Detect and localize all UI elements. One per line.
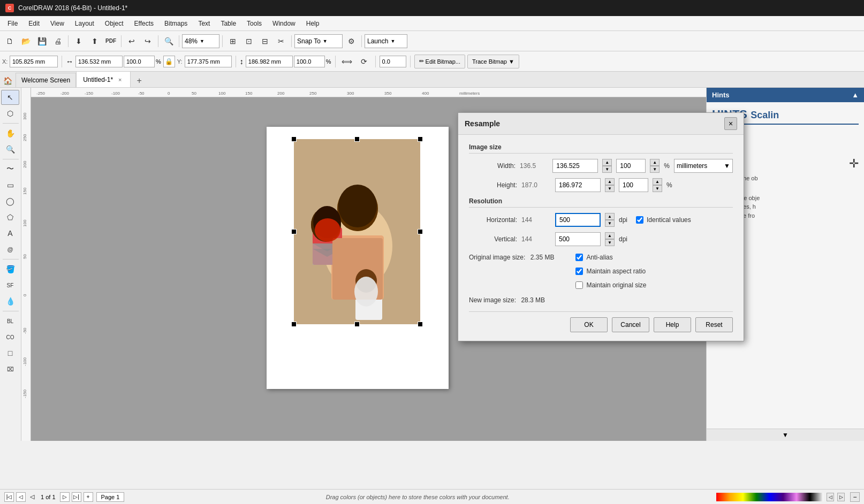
export-button[interactable]: ⬆ xyxy=(87,34,102,49)
cancel-button[interactable]: Cancel xyxy=(612,317,649,332)
trace-bitmap-button[interactable]: Trace Bitmap ▼ xyxy=(467,55,519,68)
width-spinner[interactable]: ▲ ▼ xyxy=(602,159,612,173)
redo-button[interactable]: ↪ xyxy=(140,34,155,49)
search-button[interactable]: 🔍 xyxy=(161,34,176,49)
settings-button[interactable]: ⚙ xyxy=(344,34,359,49)
select-tool[interactable]: ↖ xyxy=(1,90,19,105)
snap-to-dropdown[interactable]: Snap To ▼ xyxy=(294,34,343,48)
undo-button[interactable]: ↩ xyxy=(124,34,139,49)
pan-tool[interactable]: ✋ xyxy=(1,126,19,141)
menu-object[interactable]: Object xyxy=(100,18,129,29)
color-palette-strip[interactable] xyxy=(716,493,823,501)
identical-values-checkbox[interactable] xyxy=(636,216,643,224)
width-input[interactable] xyxy=(552,159,598,173)
handle-bottom-center[interactable] xyxy=(354,322,360,327)
width-spin-down[interactable]: ▼ xyxy=(602,166,612,173)
zoom-out-status[interactable]: − xyxy=(850,492,860,502)
handle-middle-left[interactable] xyxy=(291,229,297,234)
tab-welcome[interactable]: Welcome Screen xyxy=(16,73,76,87)
menu-effects[interactable]: Effects xyxy=(129,18,159,29)
h-res-spin-up[interactable]: ▲ xyxy=(605,213,615,220)
eyedropper-tool[interactable]: 💧 xyxy=(1,294,19,309)
menu-layout[interactable]: Layout xyxy=(70,18,100,29)
scroll-palette-right[interactable]: ▷ xyxy=(837,493,845,501)
first-page-button[interactable]: |◁ xyxy=(4,492,14,502)
edit-bitmap-button[interactable]: ✏ Edit Bitmap... xyxy=(414,55,465,68)
prev-page-button[interactable]: ◁ xyxy=(16,492,26,502)
handle-top-left[interactable] xyxy=(291,136,297,142)
v-res-spinner[interactable]: ▲ ▼ xyxy=(605,232,615,246)
height-pct-spinner[interactable]: ▲ ▼ xyxy=(653,178,662,192)
height-pct-spin-up[interactable]: ▲ xyxy=(653,178,662,185)
menu-help[interactable]: Help xyxy=(301,18,325,29)
shadow-tool[interactable]: □ xyxy=(1,346,19,361)
crop-tool[interactable]: ⌧ xyxy=(1,362,19,377)
v-res-spin-down[interactable]: ▼ xyxy=(605,239,615,246)
x-input[interactable] xyxy=(10,56,58,67)
publish-pdf-button[interactable]: PDF xyxy=(103,34,118,49)
rectangle-tool[interactable]: ▭ xyxy=(1,178,19,193)
menu-file[interactable]: File xyxy=(2,18,23,29)
width-spin-up[interactable]: ▲ xyxy=(602,159,612,166)
contour-tool[interactable]: CO xyxy=(1,330,19,345)
handle-middle-right[interactable] xyxy=(418,229,423,234)
menu-text[interactable]: Text xyxy=(193,18,215,29)
help-button[interactable]: Help xyxy=(654,317,691,332)
add-page-button[interactable]: + xyxy=(84,492,93,502)
spiral-tool[interactable]: @ xyxy=(1,242,19,257)
view-btn3[interactable]: ⊟ xyxy=(257,34,272,49)
polygon-tool[interactable]: ⬠ xyxy=(1,210,19,225)
h-res-input[interactable] xyxy=(555,213,601,227)
rotate-input[interactable] xyxy=(380,56,406,67)
width-pct-spin-up[interactable]: ▲ xyxy=(650,159,660,166)
menu-bitmaps[interactable]: Bitmaps xyxy=(159,18,193,29)
h-res-spin-down[interactable]: ▼ xyxy=(605,220,615,227)
w-input[interactable] xyxy=(75,56,123,67)
height-input[interactable] xyxy=(555,178,601,192)
reset-button[interactable]: Reset xyxy=(695,317,733,332)
scroll-palette-left[interactable]: ◁ xyxy=(827,493,834,501)
ellipse-tool[interactable]: ◯ xyxy=(1,194,19,209)
print-button[interactable]: 🖨 xyxy=(50,34,65,49)
height-spin-down[interactable]: ▼ xyxy=(605,185,615,192)
ok-button[interactable]: OK xyxy=(570,317,608,332)
save-button[interactable]: 💾 xyxy=(34,34,49,49)
height-spinner[interactable]: ▲ ▼ xyxy=(605,178,615,192)
width-pct-spin-down[interactable]: ▼ xyxy=(650,166,660,173)
smart-fill-tool[interactable]: SF xyxy=(1,278,19,293)
h-input[interactable] xyxy=(246,56,293,67)
last-page-button[interactable]: ▷| xyxy=(72,492,81,502)
height-spin-up[interactable]: ▲ xyxy=(605,178,615,185)
fill-tool[interactable]: 🪣 xyxy=(1,262,19,277)
lock-proportions-button[interactable]: 🔒 xyxy=(163,56,175,67)
flip-h-button[interactable]: ⟺ xyxy=(339,54,354,69)
text-tool[interactable]: A xyxy=(1,226,19,241)
flip-v-button[interactable]: ⟳ xyxy=(357,54,372,69)
menu-view[interactable]: View xyxy=(45,18,70,29)
launch-dropdown[interactable]: Launch ▼ xyxy=(365,34,407,48)
dialog-close-button[interactable]: × xyxy=(724,117,737,130)
height-pct-spin-down[interactable]: ▼ xyxy=(653,185,662,192)
maintain-original-checkbox[interactable] xyxy=(575,281,583,289)
width-pct-input[interactable] xyxy=(616,159,646,173)
view-btn1[interactable]: ⊞ xyxy=(225,34,240,49)
view-btn4[interactable]: ✂ xyxy=(274,34,289,49)
h-res-spinner[interactable]: ▲ ▼ xyxy=(605,213,615,227)
menu-table[interactable]: Table xyxy=(215,18,241,29)
blend-tool[interactable]: BL xyxy=(1,314,19,329)
width-pct-spinner[interactable]: ▲ ▼ xyxy=(650,159,660,173)
maintain-aspect-checkbox[interactable] xyxy=(575,268,583,275)
node-tool[interactable]: ⬡ xyxy=(1,106,19,121)
tab-document-close[interactable]: × xyxy=(116,76,124,83)
unit-dropdown[interactable]: millimeters ▼ xyxy=(674,159,733,173)
tab-add-button[interactable]: + xyxy=(133,74,146,87)
hints-scroll-down[interactable]: ▼ xyxy=(707,429,864,441)
handle-top-center[interactable] xyxy=(354,136,360,142)
v-res-input[interactable] xyxy=(555,232,601,246)
handle-bottom-right[interactable] xyxy=(418,322,423,327)
new-button[interactable]: 🗋 xyxy=(2,34,17,49)
zoom-dropdown[interactable]: 48% ▼ xyxy=(182,34,219,48)
zoom-tool[interactable]: 🔍 xyxy=(1,142,19,157)
menu-edit[interactable]: Edit xyxy=(23,18,45,29)
height-pct-input[interactable] xyxy=(619,178,648,192)
